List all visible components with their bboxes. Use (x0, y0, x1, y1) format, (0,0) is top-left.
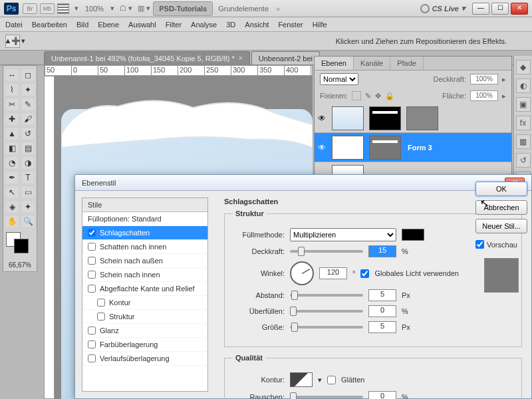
preview-checkbox[interactable] (475, 240, 484, 249)
move-tool-icon[interactable]: ▲➕ (5, 35, 20, 48)
spread-input[interactable]: 0 (368, 305, 396, 317)
zoom-readout[interactable]: 100% (85, 5, 104, 13)
layer-row[interactable]: 👁 (315, 104, 511, 133)
layer-thumb[interactable] (332, 136, 364, 160)
chevron-right-icon[interactable]: ▸ (502, 75, 506, 84)
menu-ansicht[interactable]: Ansicht (245, 21, 269, 29)
brush-icon[interactable]: ✎ (365, 92, 371, 100)
layer-name[interactable]: Form 3 (408, 144, 432, 152)
layer-thumb2[interactable] (406, 106, 438, 130)
history-brush-tool[interactable]: ↺ (21, 127, 35, 140)
minibridge-button[interactable]: Mb (40, 3, 55, 14)
tab-kanaele[interactable]: Kanäle (354, 57, 390, 70)
style-struktur[interactable]: Struktur (82, 310, 207, 324)
lasso-tool[interactable]: ⌇ (5, 83, 19, 96)
close-icon[interactable]: × (239, 55, 243, 62)
opacity-input[interactable]: 15 (368, 245, 396, 257)
layout-icon[interactable] (57, 3, 69, 14)
type-tool[interactable]: T (21, 171, 35, 184)
style-checkbox[interactable] (88, 243, 96, 251)
distance-input[interactable]: 5 (368, 289, 396, 301)
menu-datei[interactable]: Datei (5, 21, 23, 29)
eye-icon[interactable]: 👁 (315, 143, 329, 152)
doc-tab-1[interactable]: Unbenannt-1 bei 492% (fotolia_34045 Kopi… (44, 51, 250, 65)
size-slider[interactable] (290, 326, 363, 329)
workspace-grundelemente[interactable]: Grundelemente (213, 2, 274, 15)
minimize-button[interactable]: — (472, 3, 489, 15)
chevron-down-icon[interactable]: ▾ (74, 4, 78, 13)
style-checkbox[interactable] (88, 271, 96, 279)
fill-value[interactable]: 100% (470, 90, 498, 101)
antialias-checkbox[interactable] (327, 376, 336, 384)
menu-bearbeiten[interactable]: Bearbeiten (32, 21, 67, 29)
distance-slider[interactable] (290, 294, 363, 297)
style-checkbox[interactable] (88, 327, 96, 334)
eyedropper-tool[interactable]: ✎ (21, 98, 35, 111)
layer-mask[interactable] (369, 106, 401, 130)
shadow-color-swatch[interactable] (402, 229, 424, 241)
stamp-tool[interactable]: ▲ (5, 127, 19, 140)
style-farbueberlagerung[interactable]: Farbüberlagerung (82, 338, 207, 352)
ruler-vertical[interactable] (44, 76, 55, 399)
menu-3d[interactable]: 3D (226, 21, 235, 29)
style-schatten-innen[interactable]: Schatten nach innen (82, 240, 207, 254)
adjustments-icon[interactable]: ◐ (516, 78, 531, 93)
hand-icon[interactable]: ☖ ▾ (120, 4, 132, 13)
crop-tool[interactable]: ✂ (5, 98, 19, 111)
chevron-down-icon[interactable]: ▾ (110, 4, 114, 13)
angle-input[interactable]: 120 (319, 267, 347, 279)
close-button[interactable]: ✕ (511, 3, 528, 15)
history-icon[interactable]: ↺ (516, 153, 531, 168)
zoom-tool[interactable]: 🔍 (21, 215, 35, 228)
heal-tool[interactable]: ✚ (5, 112, 19, 126)
menu-auswahl[interactable]: Auswahl (128, 21, 156, 29)
blend-mode-select[interactable]: Normal (320, 73, 358, 85)
style-schlagschatten[interactable]: Schlagschatten (82, 226, 207, 240)
cs-live[interactable]: CS Live ▾ (420, 4, 466, 13)
noise-input[interactable]: 0 (368, 391, 396, 399)
menu-hilfe[interactable]: Hilfe (313, 21, 327, 29)
style-bevel[interactable]: Abgeflachte Kante und Relief (82, 282, 207, 296)
opacity-slider[interactable] (290, 250, 363, 253)
chevron-right-icon[interactable]: » (276, 5, 280, 13)
maximize-button[interactable]: ☐ (491, 3, 509, 15)
bridge-button[interactable]: Br (23, 3, 37, 14)
style-checkbox[interactable] (97, 299, 105, 307)
path-tool[interactable]: ↖ (5, 186, 19, 199)
lock-transparency-icon[interactable] (352, 91, 361, 100)
global-light-checkbox[interactable] (360, 269, 369, 278)
layer-row-selected[interactable]: 👁 Form 3 (315, 133, 511, 162)
style-schein-innen[interactable]: Schein nach innen (82, 268, 207, 282)
chevron-down-icon[interactable]: ▾ (21, 37, 25, 45)
eye-icon[interactable]: 👁 (315, 114, 329, 123)
noise-slider[interactable] (290, 396, 363, 398)
style-checkbox[interactable] (88, 354, 96, 362)
style-checkbox[interactable] (88, 285, 96, 293)
menu-bild[interactable]: Bild (76, 21, 88, 29)
gradient-tool[interactable]: ▤ (21, 142, 35, 155)
layer-mask[interactable] (369, 136, 401, 160)
view-icon[interactable]: ▥ ▾ (138, 4, 150, 13)
chevron-right-icon[interactable]: ▸ (502, 92, 506, 100)
style-kontur[interactable]: Kontur (82, 296, 207, 310)
angle-wheel[interactable] (290, 261, 314, 285)
swatches-icon[interactable]: ▦ (516, 134, 531, 149)
tab-pfade[interactable]: Pfade (390, 57, 424, 70)
camera-tool[interactable]: ✦ (21, 200, 35, 213)
hand-tool[interactable]: ✋ (5, 215, 19, 228)
menu-analyse[interactable]: Analyse (191, 21, 217, 29)
contour-swatch[interactable] (290, 372, 313, 387)
style-checkbox[interactable] (88, 340, 96, 348)
menu-ebene[interactable]: Ebene (98, 21, 119, 29)
style-fuelloptionen[interactable]: Fülloptionen: Standard (82, 212, 207, 226)
3d-tool[interactable]: ◈ (5, 200, 19, 213)
background-swatch[interactable] (14, 239, 29, 253)
dodge-tool[interactable]: ◑ (21, 156, 35, 170)
style-checkbox[interactable] (97, 313, 105, 321)
menu-fenster[interactable]: Fenster (278, 21, 303, 29)
workspace-psd-tutorials[interactable]: PSD-Tutorials (153, 1, 213, 16)
marquee-tool[interactable]: ◻ (21, 68, 35, 82)
style-checkbox[interactable] (88, 257, 96, 265)
wand-tool[interactable]: ✦ (21, 83, 35, 96)
cancel-button[interactable]: Abbrechen (475, 200, 527, 215)
